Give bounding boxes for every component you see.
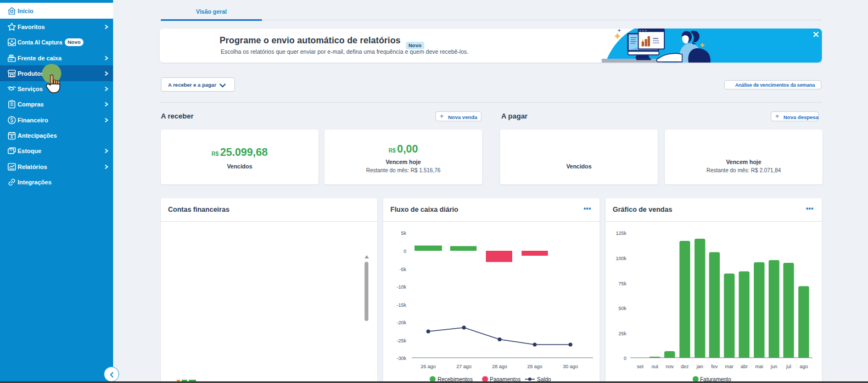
svg-text:fev: fev bbox=[711, 364, 718, 369]
svg-text:mai: mai bbox=[755, 364, 764, 369]
svg-text:100k: 100k bbox=[615, 256, 626, 261]
svg-text:set: set bbox=[637, 364, 644, 369]
svg-text:28 ago: 28 ago bbox=[492, 364, 507, 369]
svg-text:-20k: -20k bbox=[396, 320, 406, 325]
svg-text:-15k: -15k bbox=[396, 302, 406, 308]
svg-text:125k: 125k bbox=[615, 230, 626, 236]
svg-text:ago: ago bbox=[799, 364, 808, 369]
svg-text:26 ago: 26 ago bbox=[421, 364, 436, 369]
svg-text:0: 0 bbox=[624, 356, 626, 361]
svg-text:jun: jun bbox=[770, 364, 777, 369]
svg-text:-25k: -25k bbox=[396, 338, 406, 343]
svg-text:abr: abr bbox=[741, 364, 748, 369]
svg-text:mar: mar bbox=[725, 364, 734, 369]
svg-text:50k: 50k bbox=[618, 306, 626, 311]
svg-text:jul: jul bbox=[786, 364, 791, 369]
svg-text:5k: 5k bbox=[401, 230, 406, 236]
svg-text:75k: 75k bbox=[618, 281, 626, 286]
svg-text:jan: jan bbox=[696, 364, 703, 369]
svg-text:0: 0 bbox=[404, 249, 406, 254]
svg-text:-5k: -5k bbox=[399, 267, 406, 272]
svg-text:out: out bbox=[651, 364, 658, 369]
svg-text:25k: 25k bbox=[618, 331, 626, 336]
svg-text:-30k: -30k bbox=[396, 356, 406, 361]
svg-text:29 ago: 29 ago bbox=[527, 364, 542, 369]
svg-text:27 ago: 27 ago bbox=[456, 364, 472, 369]
svg-text:-10k: -10k bbox=[396, 284, 406, 290]
svg-text:30 ago: 30 ago bbox=[563, 364, 578, 369]
svg-text:dez: dez bbox=[681, 364, 689, 369]
svg-text:nov: nov bbox=[665, 364, 674, 369]
